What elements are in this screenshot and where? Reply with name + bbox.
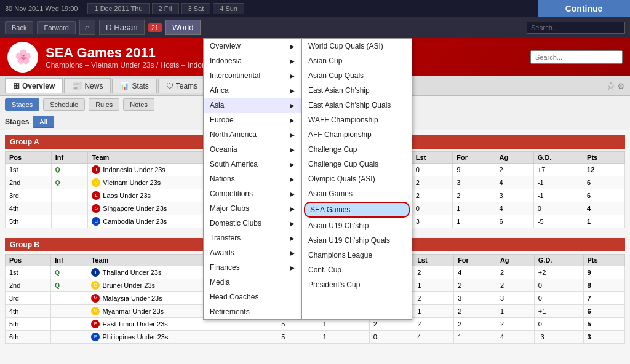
col-gd-b: G.D.	[534, 255, 583, 266]
asia-menu-item-11[interactable]: SEA Games	[304, 202, 410, 218]
col-inf: Inf	[51, 152, 88, 164]
inf-cell	[51, 292, 87, 305]
for-cell: 4	[454, 266, 496, 279]
world-menu-item-0[interactable]: Overview▶	[204, 39, 301, 53]
date-tab-3[interactable]: 3 Sat	[181, 3, 211, 14]
asia-menu-item-6[interactable]: AFF Championship	[302, 127, 412, 142]
ag-cell: 2	[495, 164, 533, 176]
asia-menu-item-4[interactable]: East Asian Ch'ship Quals	[302, 98, 412, 113]
favorite-star[interactable]: ☆	[606, 79, 616, 93]
asia-menu-item-15[interactable]: Conf. Cup	[302, 263, 412, 277]
world-menu-item-16[interactable]: Media	[204, 275, 301, 290]
table-row[interactable]: 6th P Philippines Under 23s 5 1 0 4 1 4 …	[6, 331, 625, 344]
tab-news-label: News	[84, 82, 103, 90]
team-cell[interactable]: P Philippines Under 23s	[87, 331, 277, 344]
for-cell: 1	[453, 215, 495, 228]
date-tab-4[interactable]: 4 Sun	[213, 3, 244, 14]
asia-menu-item-7[interactable]: Challenge Cup	[302, 142, 412, 157]
pos-cell: 1st	[6, 266, 51, 279]
world-menu-item-1[interactable]: Indonesia▶	[204, 53, 301, 68]
world-menu: Overview▶Indonesia▶Intercontinental▶Afri…	[203, 38, 301, 320]
ag-cell: 3	[496, 292, 534, 305]
home-button[interactable]: ⌂	[79, 20, 95, 35]
competition-logo: 🌸	[7, 42, 38, 73]
pts-cell: 4	[583, 202, 625, 215]
tab-overview[interactable]: ⊞ Overview	[5, 78, 63, 93]
pos-cell: 4th	[6, 305, 51, 318]
lst-cell: 2	[412, 176, 452, 189]
rules-btn[interactable]: Rules	[89, 98, 119, 111]
world-menu-item-3[interactable]: Africa▶	[204, 83, 301, 98]
world-menu-item-9[interactable]: Nations▶	[204, 172, 301, 186]
gd-cell: 0	[534, 279, 583, 292]
tab-teams[interactable]: 🛡 Teams	[158, 79, 205, 93]
world-menu-item-8[interactable]: South America▶	[204, 157, 301, 172]
ag-cell: 4	[495, 202, 533, 215]
col-lst: Lst	[412, 152, 452, 164]
asia-menu-item-13[interactable]: Asian U19 Ch'ship Quals	[302, 233, 412, 248]
pts-cell: 3	[583, 331, 625, 344]
asia-menu-item-0[interactable]: World Cup Quals (ASI)	[302, 39, 412, 53]
world-menu-item-4[interactable]: Asia▶	[204, 98, 301, 113]
tab-stats[interactable]: 📊 Stats	[112, 79, 156, 93]
world-menu-item-14[interactable]: Awards▶	[204, 245, 301, 260]
world-menu-item-12[interactable]: Domestic Clubs▶	[204, 216, 301, 231]
pts-cell: 6	[583, 176, 625, 189]
col-ag: Ag	[495, 152, 533, 164]
ag-cell: 4	[495, 176, 533, 189]
world-menu-item-5[interactable]: Europe▶	[204, 113, 301, 127]
pos-cell: 2nd	[6, 176, 52, 189]
ag-cell: 3	[495, 189, 533, 202]
asia-menu-item-5[interactable]: WAFF Championship	[302, 113, 412, 127]
asia-submenu: World Cup Quals (ASI)Asian CupAsian Cup …	[301, 38, 412, 320]
asia-menu-item-2[interactable]: Asian Cup Quals	[302, 68, 412, 83]
asia-menu-item-12[interactable]: Asian U19 Ch'ship	[302, 218, 412, 233]
world-menu-item-18[interactable]: Retirements	[204, 304, 301, 319]
col-pts: Pts	[583, 152, 625, 164]
gd-cell: -5	[533, 215, 583, 228]
for-cell: 9	[453, 164, 495, 176]
top-bar: 30 Nov 2011 Wed 19:00 1 Dec 2011 Thu 2 F…	[0, 0, 630, 17]
tab-news[interactable]: 📰 News	[64, 78, 111, 93]
pts-cell: 7	[583, 292, 625, 305]
asia-menu-item-16[interactable]: President's Cup	[302, 277, 412, 292]
all-filter-button[interactable]: All	[33, 116, 54, 128]
lst-cell: 2	[412, 189, 452, 202]
asia-menu-item-14[interactable]: Champions League	[302, 248, 412, 263]
ag-cell: 1	[496, 305, 534, 318]
date-tab-2[interactable]: 2 Fri	[152, 3, 179, 14]
for-cell: 3	[454, 292, 496, 305]
world-menu-item-15[interactable]: Finances▶	[204, 260, 301, 275]
stages-btn[interactable]: Stages	[5, 98, 39, 111]
col-pos: Pos	[6, 152, 52, 164]
inf-cell: Q	[51, 164, 88, 176]
schedule-btn[interactable]: Schedule	[43, 98, 85, 111]
world-menu-item-6[interactable]: North America▶	[204, 127, 301, 142]
pts-cell: 6	[583, 305, 625, 318]
asia-menu-item-3[interactable]: East Asian Ch'ship	[302, 83, 412, 98]
gd-cell: 0	[534, 292, 583, 305]
world-menu-item-17[interactable]: Head Coaches	[204, 290, 301, 304]
forward-button[interactable]: Forward	[37, 21, 75, 34]
world-button[interactable]: World	[165, 20, 201, 35]
user-button[interactable]: D Hasan	[99, 20, 145, 35]
continue-button[interactable]: Continue	[538, 0, 630, 17]
pld-cell: 5	[277, 331, 319, 344]
asia-menu-item-10[interactable]: Asian Games	[302, 186, 412, 201]
asia-menu-item-8[interactable]: Challenge Cup Quals	[302, 157, 412, 172]
asia-menu-item-9[interactable]: Olympic Quals (ASI)	[302, 172, 412, 186]
inf-cell	[51, 215, 88, 228]
world-menu-item-11[interactable]: Major Clubs▶	[204, 201, 301, 216]
col-pos-b: Pos	[6, 255, 51, 266]
world-menu-item-10[interactable]: Competitions▶	[204, 186, 301, 201]
world-menu-item-13[interactable]: Transfers▶	[204, 231, 301, 245]
world-menu-item-7[interactable]: Oceania▶	[204, 142, 301, 157]
back-button[interactable]: Back	[5, 21, 33, 34]
search-input[interactable]	[527, 22, 625, 34]
asia-menu-item-1[interactable]: Asian Cup	[302, 53, 412, 68]
world-menu-item-2[interactable]: Intercontinental▶	[204, 68, 301, 83]
date-tab-1[interactable]: 1 Dec 2011 Thu	[87, 3, 149, 14]
header-search-input[interactable]	[530, 50, 623, 64]
notes-btn[interactable]: Notes	[123, 98, 154, 111]
settings-icon[interactable]: ⚙	[617, 81, 625, 91]
